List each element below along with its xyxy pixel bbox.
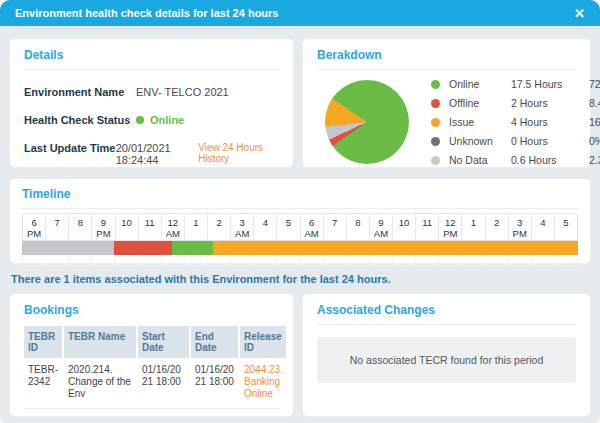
details-panel: Details Environment Name ENV- TELCO 2021… <box>9 38 294 168</box>
release-id-link[interactable]: 2044.23. Banking Online <box>240 358 287 408</box>
faint-cell <box>69 255 92 265</box>
dialog-header: Environment health check details for las… <box>0 0 600 26</box>
bookings-table-body: TEBR-23422020.214. Change of the Env01/1… <box>24 358 279 409</box>
hour-cell: 11 <box>416 214 439 240</box>
faint-cell <box>116 255 139 265</box>
faint-cell <box>139 255 162 265</box>
legend-hours: 0.6 Hours <box>511 154 589 166</box>
faint-cell <box>462 255 485 265</box>
breakdown-title: Berakdown <box>317 48 576 62</box>
close-icon[interactable]: ✕ <box>574 7 585 20</box>
timeline-hours-row: 6PM789PM101112AM123AM456AM789AM101112PM1… <box>22 213 578 241</box>
faint-cell <box>347 255 370 265</box>
legend-hours: 4 Hours <box>511 116 589 128</box>
faint-cell <box>23 255 46 265</box>
health-check-dialog: Environment health check details for las… <box>0 0 600 423</box>
faint-cell <box>254 255 277 265</box>
timeline-segment-online <box>172 241 213 255</box>
faint-cell <box>509 255 532 265</box>
field-label: Last Update Time <box>24 142 116 154</box>
table-row: TEBR-23422020.214. Change of the Env01/1… <box>24 358 279 409</box>
legend-label: Offline <box>449 97 511 109</box>
bookings-panel: Bookings TEBR IDTEBR NameStart DateEnd D… <box>9 293 294 417</box>
legend-color-dot-icon <box>431 156 440 165</box>
faint-cell <box>555 255 577 265</box>
dialog-content: Details Environment Name ENV- TELCO 2021… <box>0 26 600 423</box>
timeline-bar <box>22 241 578 255</box>
faint-cell <box>439 255 462 265</box>
faint-cell <box>231 255 254 265</box>
hour-cell: 12AM <box>162 214 185 240</box>
hour-cell: 7 <box>324 214 347 240</box>
status-text: Online <box>150 114 184 126</box>
legend-color-dot-icon <box>431 99 440 108</box>
breakdown-legend: Online17.5 Hours72.7%Offline2 Hours8.4%I… <box>431 78 600 166</box>
dialog-title: Environment health check details for las… <box>15 7 278 19</box>
legend-item: Offline2 Hours8.4% <box>431 97 600 109</box>
field-value: ENV- TELCO 2021 <box>136 86 229 98</box>
hour-cell: 1 <box>185 214 208 240</box>
associated-changes-title: Associated Changes <box>317 303 576 317</box>
hour-cell: 10 <box>393 214 416 240</box>
legend-color-dot-icon <box>431 137 440 146</box>
field-last-update: Last Update Time 20/01/2021 18:24:44 Vie… <box>24 142 279 166</box>
faint-cell <box>486 255 509 265</box>
faint-cell <box>301 255 324 265</box>
timeline-footer-row <box>22 255 578 266</box>
hour-cell: 4 <box>532 214 555 240</box>
table-cell: 01/16/2021 18:00 <box>191 358 238 408</box>
legend-percent: 2.3% <box>589 154 600 166</box>
faint-cell <box>324 255 347 265</box>
hour-cell: 2 <box>486 214 509 240</box>
timeline-grid: 6PM789PM101112AM123AM456AM789AM101112PM1… <box>22 213 578 266</box>
hour-cell: 4 <box>254 214 277 240</box>
hour-cell: 3PM <box>509 214 532 240</box>
legend-color-dot-icon <box>431 80 440 89</box>
hour-cell: 6PM <box>23 214 46 240</box>
legend-label: Issue <box>449 116 511 128</box>
hour-cell: 2 <box>208 214 231 240</box>
field-label: Health Check Status <box>24 114 136 126</box>
field-health-status: Health Check Status Online <box>24 114 279 126</box>
empty-state-message: No associated TECR found for this period <box>317 337 576 383</box>
legend-label: Online <box>449 78 511 90</box>
legend-label: No Data <box>449 154 511 166</box>
pie-chart <box>325 80 409 164</box>
faint-cell <box>393 255 416 265</box>
hour-cell: 11 <box>139 214 162 240</box>
table-cell: TEBR-2342 <box>24 358 62 408</box>
legend-percent: 0% <box>589 135 600 147</box>
legend-hours: 17.5 Hours <box>511 78 589 90</box>
bookings-title: Bookings <box>24 303 279 317</box>
timeline-segment-offline <box>114 241 172 255</box>
associated-changes-panel: Associated Changes No associated TECR fo… <box>302 293 591 417</box>
field-environment-name: Environment Name ENV- TELCO 2021 <box>24 86 279 98</box>
field-value: 20/01/2021 18:24:44 <box>116 142 199 166</box>
timeline-segment-no-data <box>22 241 114 255</box>
divider <box>24 69 279 70</box>
summary-text: There are 1 items associated with this E… <box>11 273 589 285</box>
faint-cell <box>185 255 208 265</box>
hour-cell: 10 <box>116 214 139 240</box>
view-history-link[interactable]: View 24 Hours History <box>198 142 279 164</box>
timeline-segment-issue <box>213 241 578 255</box>
hour-cell: 9AM <box>370 214 393 240</box>
hour-cell: 5 <box>277 214 300 240</box>
column-header: Release ID <box>240 326 286 358</box>
faint-cell <box>532 255 555 265</box>
table-cell: 01/16/2021 18:00 <box>138 358 189 408</box>
hour-cell: 1 <box>462 214 485 240</box>
faint-cell <box>208 255 231 265</box>
faint-cell <box>416 255 439 265</box>
column-header: TEBR Name <box>64 326 136 358</box>
timeline-title: Timeline <box>22 187 578 201</box>
legend-color-dot-icon <box>431 118 440 127</box>
faint-cell <box>46 255 69 265</box>
status-dot-icon <box>136 116 144 124</box>
legend-percent: 72.7% <box>589 78 600 90</box>
legend-hours: 2 Hours <box>511 97 589 109</box>
field-label: Environment Name <box>24 86 136 98</box>
hour-cell: 6AM <box>301 214 324 240</box>
divider <box>317 69 576 70</box>
hour-cell: 9PM <box>92 214 115 240</box>
